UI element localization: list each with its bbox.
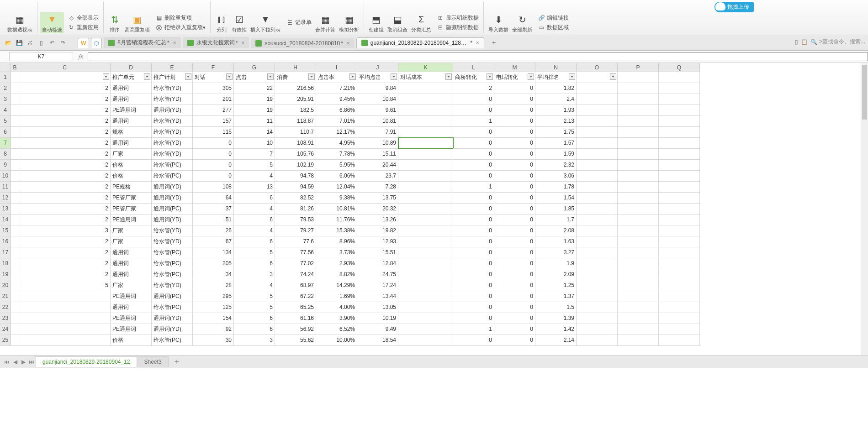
cell[interactable]: 通用词 [111, 258, 152, 269]
cell[interactable] [11, 335, 19, 346]
row-header[interactable]: 19 [0, 269, 11, 280]
cell[interactable]: 0 [453, 335, 494, 346]
cell[interactable]: 56.92 [275, 324, 316, 335]
cell[interactable]: 0 [494, 291, 535, 302]
save-icon[interactable]: 💾 [15, 39, 23, 47]
cell[interactable]: PE管厂家 [111, 204, 152, 214]
import-data-button[interactable]: ⬇导入数据 [487, 12, 510, 33]
cell[interactable] [577, 182, 618, 193]
cell[interactable]: 94.59 [275, 182, 316, 193]
cell[interactable] [659, 138, 700, 149]
cell[interactable]: 2 [19, 204, 111, 214]
cell[interactable] [618, 204, 659, 214]
cell[interactable] [398, 83, 453, 94]
cell[interactable]: 94.78 [275, 171, 316, 182]
cell[interactable] [11, 138, 19, 149]
cell[interactable]: 13.05 [357, 302, 398, 313]
cell[interactable] [577, 138, 618, 149]
cell[interactable] [11, 291, 19, 302]
cell[interactable] [398, 193, 453, 204]
row-header[interactable]: 6 [0, 127, 11, 138]
cell[interactable]: 给水管(PC) [152, 171, 193, 182]
cell[interactable] [659, 247, 700, 258]
cell[interactable]: 13.75 [357, 193, 398, 204]
cell[interactable]: 2 [19, 269, 111, 280]
cell[interactable] [659, 335, 700, 346]
cell[interactable]: 10.81% [316, 204, 357, 214]
cell[interactable]: 给水管(PC) [152, 258, 193, 269]
cell[interactable]: 67 [193, 236, 234, 247]
cell[interactable]: 2.93% [316, 258, 357, 269]
cell[interactable]: 0 [193, 160, 234, 171]
row-header[interactable]: 21 [0, 291, 11, 302]
cell[interactable]: 通用词(YD) [152, 193, 193, 204]
cell[interactable]: 0 [494, 83, 535, 94]
cell[interactable] [659, 214, 700, 225]
column-header[interactable]: K [398, 63, 453, 72]
cell[interactable] [19, 313, 111, 324]
cell[interactable]: 154 [193, 313, 234, 324]
filter-button[interactable] [569, 73, 575, 80]
cell[interactable]: 0 [193, 171, 234, 182]
cell[interactable] [577, 171, 618, 182]
cell[interactable]: 22 [234, 83, 275, 94]
cell[interactable] [398, 335, 453, 346]
cell[interactable] [19, 72, 111, 83]
vertical-scrollbar[interactable] [861, 63, 868, 355]
document-tab[interactable]: guanjianci_20180829-20180904_128483*× [356, 37, 484, 48]
cell[interactable]: 2 [19, 247, 111, 258]
cell[interactable] [618, 160, 659, 171]
record-form-button[interactable]: ☰记录单 [284, 18, 313, 27]
cell[interactable]: 3.06 [535, 171, 577, 182]
cell[interactable] [659, 149, 700, 160]
cell[interactable] [11, 236, 19, 247]
cell[interactable]: 0 [494, 127, 535, 138]
cell[interactable]: 1 [453, 324, 494, 335]
cell[interactable]: 3.73% [316, 247, 357, 258]
close-icon[interactable]: × [347, 40, 350, 47]
cell[interactable]: 价格 [111, 171, 152, 182]
cell[interactable]: 通用词(YD) [152, 214, 193, 225]
sheet-nav-prev[interactable]: ◀ [11, 359, 19, 365]
cell[interactable]: 5 [234, 302, 275, 313]
cell[interactable]: 205.91 [275, 94, 316, 105]
cell[interactable] [618, 324, 659, 335]
cell[interactable]: 0 [494, 335, 535, 346]
cell[interactable]: 7.21% [316, 83, 357, 94]
filter-button[interactable] [308, 73, 315, 80]
cell[interactable] [618, 127, 659, 138]
cell[interactable]: 5 [234, 160, 275, 171]
cell[interactable] [659, 193, 700, 204]
cell[interactable]: 7 [234, 149, 275, 160]
cell[interactable] [577, 247, 618, 258]
cell[interactable]: 2 [19, 149, 111, 160]
cell[interactable] [659, 302, 700, 313]
cell[interactable]: 108.91 [275, 138, 316, 149]
template-tab[interactable]: ⬡ [91, 38, 102, 48]
cell[interactable] [618, 313, 659, 324]
cell[interactable]: 79.27 [275, 225, 316, 236]
cell[interactable] [398, 324, 453, 335]
cell[interactable]: 2 [19, 116, 111, 127]
cell[interactable] [659, 204, 700, 214]
refresh-all-button[interactable]: ↻全部刷新 [510, 12, 534, 33]
cell[interactable]: 对话 [193, 72, 234, 83]
cell[interactable] [618, 193, 659, 204]
cell[interactable]: PE规格 [111, 182, 152, 193]
cell[interactable]: 55.62 [275, 335, 316, 346]
cell[interactable]: 给水管(PC) [152, 335, 193, 346]
cell[interactable]: 推广单元 [111, 72, 152, 83]
cell[interactable]: 19.82 [357, 225, 398, 236]
cell[interactable]: 给水管(YD) [152, 225, 193, 236]
consolidate-button[interactable]: ▦合并计算 [313, 12, 337, 33]
cell[interactable]: 28 [193, 280, 234, 291]
cell[interactable]: 5 [234, 291, 275, 302]
cell[interactable]: 0 [453, 138, 494, 149]
column-header[interactable]: J [357, 63, 398, 72]
cell[interactable]: 0 [453, 291, 494, 302]
cell[interactable] [618, 236, 659, 247]
cell[interactable]: 通用词 [111, 302, 152, 313]
row-header[interactable]: 25 [0, 335, 11, 346]
cell[interactable]: 3.27 [535, 247, 577, 258]
cell[interactable]: 205 [193, 258, 234, 269]
